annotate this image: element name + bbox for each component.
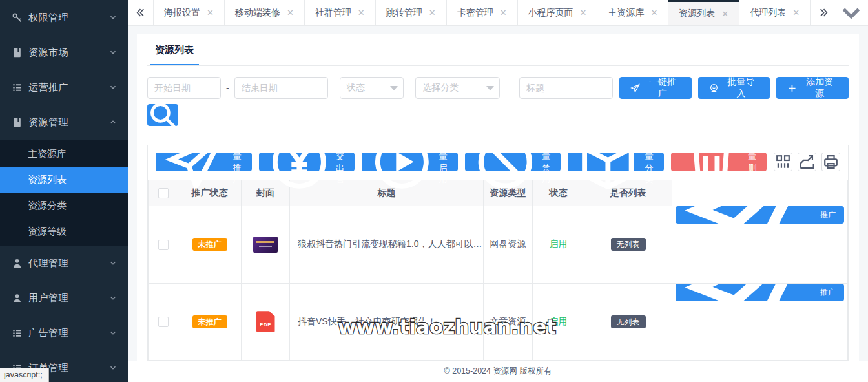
sidebar-subitem-主资源库[interactable]: 主资源库	[0, 141, 128, 167]
button-label: 提交出售	[335, 139, 346, 186]
tab-close-icon[interactable]: ✕	[287, 8, 294, 17]
batch-button-批量删除[interactable]: 批量删除	[671, 153, 767, 171]
tab-跳转管理[interactable]: 跳转管理✕	[376, 0, 447, 25]
batch-button-批量推广[interactable]: 批量推广	[156, 153, 252, 171]
sidebar-item-7[interactable]: 广告管理	[0, 315, 128, 350]
row-action-推广[interactable]: 推广	[676, 284, 844, 301]
start-date-input[interactable]	[147, 77, 221, 99]
tab-资源列表[interactable]: 资源列表✕	[668, 0, 739, 25]
tab-close-icon[interactable]: ✕	[429, 8, 436, 17]
tab-close-icon[interactable]: ✕	[358, 8, 365, 17]
list-icon	[12, 82, 23, 93]
actions-cell: 推广编辑删除	[672, 206, 848, 284]
batch-toolbar: 批量推广提交出售批量启用批量禁用批量分类批量删除	[148, 145, 848, 180]
tab-label: 资源列表	[679, 8, 715, 19]
sidebar-subitem-资源等级[interactable]: 资源等级	[0, 218, 128, 244]
tabs-scroll-right-button[interactable]	[811, 0, 836, 25]
header-button-批量导入[interactable]: 批量导入	[698, 77, 770, 99]
tool-button-print-icon[interactable]	[822, 153, 840, 171]
tab-海报设置[interactable]: 海报设置✕	[154, 0, 225, 25]
sidebar-item-label: 资源管理	[28, 116, 108, 129]
sidebar-item-5[interactable]: 代理管理	[0, 246, 128, 281]
listed-badge: 无列表	[611, 238, 646, 251]
row-checkbox-cell	[149, 206, 178, 284]
tab-close-icon[interactable]: ✕	[207, 8, 214, 17]
tab-主资源库[interactable]: 主资源库✕	[597, 0, 668, 25]
search-button[interactable]	[147, 104, 178, 126]
title-input[interactable]	[519, 77, 613, 99]
date-range-separator: -	[226, 83, 229, 93]
select-all-checkbox[interactable]	[158, 188, 169, 198]
pdf-label: PDF	[260, 322, 271, 328]
batch-button-提交出售[interactable]: 提交出售	[259, 153, 355, 171]
chevron-down-icon	[108, 83, 118, 92]
tab-卡密管理[interactable]: 卡密管理✕	[447, 0, 518, 25]
tool-button-export-icon[interactable]	[798, 153, 816, 171]
batch-button-批量分类[interactable]: 批量分类	[568, 153, 664, 171]
row-checkbox[interactable]	[158, 317, 169, 327]
tool-button-columns-icon[interactable]	[774, 153, 792, 171]
button-label: 添加资源	[801, 76, 838, 100]
button-label: 批量启用	[438, 139, 449, 186]
header-button-一键推广[interactable]: 一键推广	[619, 77, 692, 99]
sidebar: 权限管理资源市场运营推广资源管理主资源库资源列表资源分类资源等级代理管理用户管理…	[0, 0, 128, 382]
sidebar-item-2[interactable]: 资源市场	[0, 35, 128, 70]
status-select[interactable]: 状态	[340, 77, 404, 99]
chevron-down-icon	[108, 13, 118, 22]
user-icon	[12, 293, 23, 304]
tab-close-icon[interactable]: ✕	[721, 9, 728, 19]
status-cell: 启用	[533, 206, 584, 284]
copyright-text: © 2015-2024 资源网 版权所有	[444, 366, 552, 377]
tab-close-icon[interactable]: ✕	[500, 8, 507, 17]
tab-小程序页面[interactable]: 小程序页面✕	[518, 0, 598, 25]
agent-icon	[12, 258, 23, 269]
button-label: 推广	[820, 287, 836, 298]
scroll-left-icon	[135, 7, 146, 18]
tab-社群管理[interactable]: 社群管理✕	[305, 0, 376, 25]
page-title-tab[interactable]: 资源列表	[150, 34, 199, 65]
button-label: 批量分类	[644, 139, 655, 186]
sidebar-item-label: 广告管理	[28, 327, 108, 339]
tabs-scroll-left-button[interactable]	[128, 0, 154, 25]
sidebar-item-label: 权限管理	[28, 12, 108, 24]
sidebar-item-6[interactable]: 用户管理	[0, 281, 128, 315]
row-action-推广[interactable]: 推广	[676, 206, 844, 224]
sidebar-subitem-资源分类[interactable]: 资源分类	[0, 193, 128, 218]
cube-icon	[577, 131, 639, 193]
tabs-options-dropdown[interactable]	[836, 0, 866, 25]
paper-plane-icon	[684, 206, 816, 281]
sidebar-item-4[interactable]: 资源管理	[0, 105, 128, 140]
tab-label: 主资源库	[608, 7, 644, 19]
tab-移动端装修[interactable]: 移动端装修✕	[225, 0, 305, 25]
sidebar-item-1[interactable]: 权限管理	[0, 0, 128, 35]
sidebar-subitem-资源列表[interactable]: 资源列表	[0, 167, 128, 193]
paper-plane-icon	[165, 131, 227, 193]
paper-plane-icon	[684, 283, 816, 358]
type-cell: 网盘资源	[484, 206, 533, 284]
cover-cell	[242, 206, 290, 284]
row-checkbox[interactable]	[158, 240, 169, 250]
tab-close-icon[interactable]: ✕	[650, 8, 657, 17]
tab-close-icon[interactable]: ✕	[580, 8, 587, 17]
tab-代理列表[interactable]: 代理列表✕	[739, 0, 811, 25]
table-row: 未推广狼叔抖音热门引流变现秘籍1.0，人人都可以捞金...网盘资源启用无列表推广…	[149, 206, 848, 284]
button-label: 批量推广	[232, 139, 243, 186]
list-icon	[12, 328, 23, 339]
tab-label: 代理列表	[750, 7, 786, 19]
page-footer: © 2015-2024 资源网 版权所有	[128, 361, 868, 382]
batch-button-批量启用[interactable]: 批量启用	[362, 153, 458, 171]
chevron-down-icon	[390, 86, 398, 90]
header-button-添加资源[interactable]: 添加资源	[776, 77, 849, 99]
promo-status-badge: 未推广	[192, 315, 227, 328]
chevron-up-icon	[108, 118, 118, 127]
sidebar-item-3[interactable]: 运营推广	[0, 70, 128, 105]
status-bar-link-hint: javascript:;	[0, 368, 49, 382]
tab-close-icon[interactable]: ✕	[792, 8, 800, 17]
cover-cell: PDF	[242, 283, 290, 361]
book-icon	[12, 117, 23, 128]
category-select[interactable]: 选择分类	[415, 77, 500, 99]
table-tool-icons	[774, 153, 840, 171]
end-date-input[interactable]	[234, 77, 328, 99]
promo-status-cell: 未推广	[178, 206, 242, 284]
batch-button-批量禁用[interactable]: 批量禁用	[465, 153, 561, 171]
